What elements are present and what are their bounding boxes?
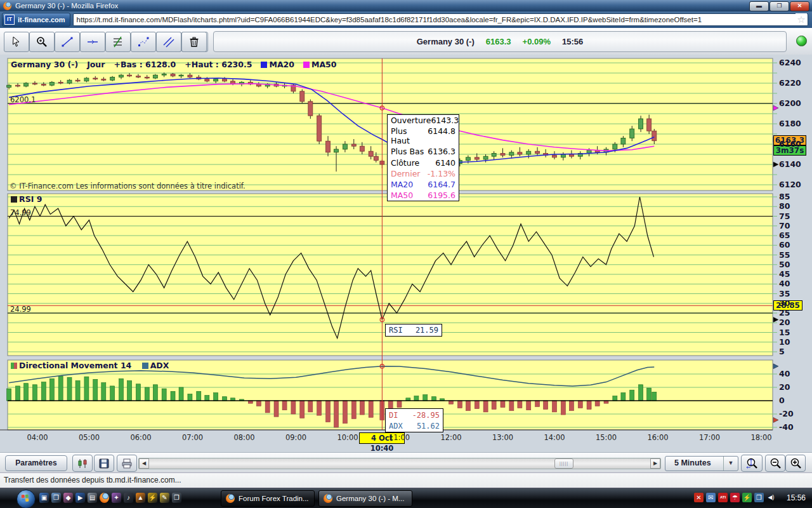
time-axis-label: 17:00 bbox=[694, 433, 726, 442]
tooltip-row: DI-28.95 bbox=[389, 410, 440, 420]
taskbar-window-button-1[interactable]: Forum Forex Tradin... bbox=[221, 490, 315, 507]
rsi-axis-label: 80 bbox=[779, 201, 790, 211]
ma20-legend: MA20 bbox=[261, 60, 294, 69]
parallel-channel-tool-button[interactable] bbox=[156, 32, 181, 52]
scrollbar-thumb[interactable]: ||||| bbox=[554, 458, 573, 469]
ma20-swatch-icon bbox=[261, 62, 267, 68]
time-axis-label: 10:00 bbox=[332, 433, 363, 442]
time-axis-label: 09:00 bbox=[280, 433, 312, 442]
tooltip-row: Ouverture6143.3 bbox=[388, 115, 459, 126]
rsi-panel-header: RSI 9 bbox=[11, 194, 42, 204]
chart-style-button[interactable] bbox=[72, 455, 93, 472]
media-gallery-icon[interactable]: ◆ bbox=[63, 493, 73, 503]
time-axis-label: 07:00 bbox=[177, 433, 209, 442]
volume-icon[interactable]: ◀) bbox=[766, 493, 776, 502]
browser-status-bar: Transfert des données depuis tb.md.it-fi… bbox=[0, 472, 812, 488]
quick-launch-bar: ▣❐◆▶▤✦♪▲⚡✎❒ bbox=[39, 493, 181, 503]
lightning-icon[interactable]: ⚡ bbox=[148, 493, 157, 503]
site-identity-button[interactable]: IT it-finance.com bbox=[2, 13, 70, 27]
parameters-button[interactable]: Paramètres bbox=[5, 455, 67, 471]
rsi-swatch-icon bbox=[11, 196, 17, 203]
time-axis-label: 11:00 bbox=[384, 433, 416, 442]
dm-axis-label: -40 bbox=[779, 422, 794, 432]
mail-icon[interactable]: ✉ bbox=[706, 493, 716, 502]
site-label: it-finance.com bbox=[18, 16, 65, 23]
tooltip-row: Dernier-1.13% bbox=[388, 168, 459, 179]
paint-icon[interactable]: ✦ bbox=[112, 493, 121, 503]
messenger-icon[interactable]: ✎ bbox=[160, 493, 169, 503]
media-player-icon[interactable]: ▶ bbox=[75, 493, 85, 503]
network-icon[interactable]: ❒ bbox=[754, 493, 764, 502]
chart-high: +Haut : 6230.5 bbox=[185, 60, 252, 69]
chart-hscrollbar[interactable]: ◀ ||||| ▶ bbox=[138, 458, 661, 469]
url-input[interactable]: https://t.md.it-finance.com/MDFlash/itch… bbox=[73, 13, 808, 26]
chart-symbol: Germany 30 (-) bbox=[11, 60, 78, 69]
print-button[interactable] bbox=[117, 455, 137, 472]
trash-tool-button[interactable] bbox=[181, 32, 207, 52]
dual-monitor-icon[interactable]: ❒ bbox=[172, 493, 181, 503]
firefox-icon[interactable] bbox=[100, 493, 109, 503]
show-desktop-icon[interactable]: ▣ bbox=[39, 493, 49, 503]
save-button[interactable] bbox=[94, 455, 114, 472]
taskbar-window-button-2[interactable]: Germany 30 (-) - M... bbox=[318, 490, 412, 507]
time-axis-label: 05:00 bbox=[74, 433, 105, 442]
time-axis-label: 12:00 bbox=[435, 433, 467, 442]
tooltip-row: Plus Haut6144.8 bbox=[388, 126, 459, 146]
zoom-out-button[interactable] bbox=[765, 455, 785, 472]
system-tray: ✕✉ATI☂⚡❒◀) bbox=[694, 493, 776, 502]
rsi-high-level-label: 74.99 bbox=[10, 208, 31, 217]
cursor-tool-button[interactable] bbox=[4, 32, 29, 52]
rsi-axis-label: 40 bbox=[779, 279, 790, 288]
adx-swatch-icon bbox=[142, 363, 148, 369]
vlc-cone-icon[interactable]: ▲ bbox=[136, 493, 145, 503]
close-button[interactable]: ✕ bbox=[790, 1, 809, 11]
bookmark-star-icon[interactable]: ☆ bbox=[796, 13, 807, 25]
restore-button[interactable]: ❐ bbox=[769, 1, 789, 11]
avira-icon[interactable]: ☂ bbox=[730, 493, 740, 502]
ma50-legend: MA50 bbox=[303, 60, 337, 69]
ati-icon[interactable]: ATI bbox=[718, 493, 728, 502]
connection-led-icon bbox=[796, 36, 807, 46]
calculator-icon[interactable]: ▤ bbox=[88, 493, 97, 503]
tooltip-row: Clôture6140 bbox=[388, 157, 459, 168]
horizontal-line-tool-button[interactable] bbox=[80, 32, 105, 52]
price-axis-label: 6200 bbox=[779, 98, 801, 108]
chart-toolbar: Germany 30 (-) 6163.3 +0.09% 15:56 bbox=[0, 28, 812, 55]
fibonacci-tool-button[interactable] bbox=[105, 32, 131, 52]
dm-axis-label: 20 bbox=[779, 382, 790, 392]
timeframe-value: 5 Minutes bbox=[665, 457, 723, 471]
scroll-left-arrow-icon[interactable]: ◀ bbox=[139, 458, 149, 469]
time-axis-label: 08:00 bbox=[228, 433, 260, 442]
rsi-axis-label: 60 bbox=[779, 240, 790, 250]
copyright-text: © IT-Finance.com Les informations sont d… bbox=[10, 182, 246, 190]
disconnected-icon[interactable]: ✕ bbox=[694, 493, 704, 502]
polyline-tool-button[interactable] bbox=[131, 32, 156, 52]
scroll-right-arrow-icon[interactable]: ▶ bbox=[650, 458, 660, 469]
rsi-axis-label: 55 bbox=[779, 250, 790, 260]
windows-taskbar: ▣❐◆▶▤✦♪▲⚡✎❒ Forum Forex Tradin... German… bbox=[0, 488, 812, 508]
rsi-axis-label: 20 bbox=[779, 318, 790, 327]
zoom-in-button[interactable] bbox=[785, 455, 806, 472]
price-axis-label: 6140 bbox=[779, 159, 801, 169]
price-axis-label: 6220 bbox=[779, 78, 801, 88]
chevron-down-icon[interactable]: ▼ bbox=[723, 457, 738, 471]
tooltip-row: MA506195.6 bbox=[388, 190, 459, 201]
power-icon[interactable]: ⚡ bbox=[742, 493, 752, 502]
live-quote-panel: Germany 30 (-) 6163.3 +0.09% 15:56 bbox=[213, 31, 787, 52]
dm-axis-label: -20 bbox=[779, 409, 794, 418]
time-axis-label: 13:00 bbox=[487, 433, 519, 442]
price-axis-label: 6160 bbox=[779, 139, 801, 149]
music-note-icon[interactable]: ♪ bbox=[124, 493, 133, 503]
minimize-button[interactable]: ▬ bbox=[749, 1, 769, 11]
firefox-icon bbox=[226, 494, 235, 503]
zoom-tool-button[interactable] bbox=[29, 32, 55, 52]
taskbar-button-label: Forum Forex Tradin... bbox=[239, 495, 309, 502]
taskbar-clock: 15:56 bbox=[787, 493, 806, 502]
window-title: Germany 30 (-) - Mozilla Firefox bbox=[15, 2, 118, 10]
zoom-fit-button[interactable] bbox=[741, 455, 763, 472]
time-axis-label: 06:00 bbox=[125, 433, 157, 442]
trendline-tool-button[interactable] bbox=[55, 32, 80, 52]
window-switcher-icon[interactable]: ❐ bbox=[51, 493, 61, 503]
quote-price: 6163.3 bbox=[486, 37, 511, 46]
timeframe-select[interactable]: 5 Minutes ▼ bbox=[665, 456, 738, 471]
